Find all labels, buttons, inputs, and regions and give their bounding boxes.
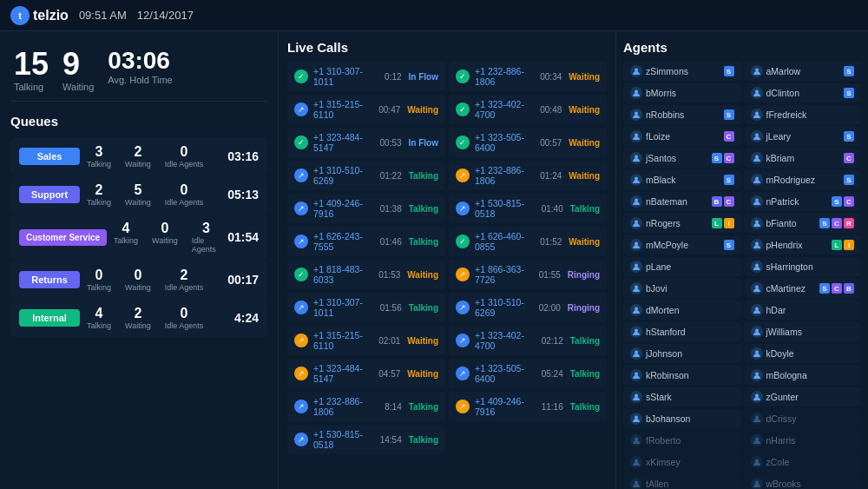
queue-item: Internal 4 Talking 2 Waiting 0 Idle Agen… xyxy=(10,299,267,337)
stat-hold-time: 03:06 xyxy=(108,49,170,73)
agent-badges: S xyxy=(724,175,734,185)
agent-name: nHarris xyxy=(766,435,855,446)
agent-icon xyxy=(630,239,642,251)
stat-waiting-label: Waiting xyxy=(62,82,94,92)
stat-hold: 03:06 Avg. Hold Time xyxy=(108,49,172,92)
call-item: ↗ +1 866-363-7726 01:55 Ringing xyxy=(449,260,607,289)
call-status-icon: ↗ xyxy=(456,202,470,215)
queue-item: Customer Service 4 Talking 0 Waiting 3 I… xyxy=(10,214,267,261)
agent-item: pHendrix LI xyxy=(744,235,862,254)
svg-point-5 xyxy=(755,112,759,116)
call-status-label: Waiting xyxy=(569,171,600,181)
call-number: +1 409-246-7916 xyxy=(313,198,375,219)
stat-hold-label: Avg. Hold Time xyxy=(108,75,172,85)
agent-badge: S xyxy=(844,131,854,142)
stat-talking-number: 15 xyxy=(14,49,49,80)
agent-badges: LI xyxy=(712,218,734,228)
svg-point-26 xyxy=(635,351,638,354)
call-number: +1 323-484-5147 xyxy=(313,363,373,384)
agent-name: zCole xyxy=(766,457,855,467)
agent-icon xyxy=(751,413,763,425)
agent-item: fFredreick xyxy=(744,105,862,124)
call-status-label: Talking xyxy=(409,171,438,181)
agent-name: jWilliams xyxy=(766,327,855,337)
call-item: ↗ +1 323-484-5147 04:57 Waiting xyxy=(287,359,445,388)
agent-name: nBateman xyxy=(646,196,708,207)
call-item: ↗ +1 310-307-1011 01:56 Talking xyxy=(287,293,445,322)
queue-talking: 0 Talking xyxy=(87,268,111,292)
agent-name: jSantos xyxy=(646,153,708,163)
agent-icon xyxy=(751,152,763,164)
call-status-icon: ↗ xyxy=(456,334,470,347)
agent-icon xyxy=(630,87,642,99)
agent-badge: S xyxy=(724,175,734,185)
agent-name: dMorten xyxy=(646,305,734,315)
call-status-label: Talking xyxy=(570,369,600,379)
call-number: +1 323-402-4700 xyxy=(475,99,535,120)
agent-name: mBlack xyxy=(646,175,720,185)
agent-badge: S xyxy=(844,175,854,185)
call-status-label: Waiting xyxy=(407,270,438,280)
call-status-icon: ↗ xyxy=(294,202,308,215)
stat-waiting: 9 Waiting xyxy=(62,49,94,92)
agent-item: zSimmons S xyxy=(623,62,741,81)
call-duration: 11:16 xyxy=(542,402,563,412)
call-status-label: Talking xyxy=(409,204,438,214)
agent-name: wBrooks xyxy=(766,479,855,489)
header: t telzio 09:51 AM 12/14/2017 xyxy=(0,0,868,31)
call-number: +1 323-505-6400 xyxy=(475,132,535,153)
agent-item: jWilliams xyxy=(744,322,862,341)
left-panel: 15 Talking 9 Waiting 03:06 Avg. Hold Tim… xyxy=(0,31,278,489)
agent-icon xyxy=(630,174,642,186)
agent-name: pLane xyxy=(646,261,734,272)
agent-name: bJohanson xyxy=(646,413,734,424)
agent-badge: C xyxy=(724,131,734,142)
agent-name: mBologna xyxy=(766,370,855,380)
agent-icon xyxy=(751,87,763,99)
call-number: +1 409-246-7916 xyxy=(475,396,536,417)
agent-badges: S xyxy=(844,131,854,142)
svg-point-16 xyxy=(635,242,638,246)
agent-badges: S xyxy=(724,66,734,76)
agent-name: tAllen xyxy=(646,479,734,489)
agents-title: Agents xyxy=(623,40,861,55)
call-status-label: Ringing xyxy=(568,303,600,313)
svg-point-11 xyxy=(755,177,759,181)
agent-icon xyxy=(630,65,642,77)
agent-item: kBriam C xyxy=(744,149,862,168)
call-item: ✓ +1 232-886-1806 00:34 Waiting xyxy=(449,62,607,91)
agent-name: dClinton xyxy=(766,88,841,98)
agent-item: mRodriguez S xyxy=(744,170,862,189)
agent-badges: S xyxy=(844,175,854,185)
agent-name: mRodriguez xyxy=(766,175,841,185)
agent-item: nBateman BC xyxy=(623,192,741,211)
call-item: ↗ +1 530-815-0518 01:40 Talking xyxy=(449,194,607,223)
queue-avg-hold: 4:24 xyxy=(234,311,259,325)
agent-icon xyxy=(751,326,763,338)
agent-badges: C xyxy=(844,153,854,163)
agent-badge: S xyxy=(724,240,734,250)
logo-text: telzio xyxy=(33,8,69,23)
agent-badges: SC xyxy=(712,153,734,163)
agent-name: nRogers xyxy=(646,218,708,228)
call-duration: 00:48 xyxy=(540,105,562,115)
agent-badge: S xyxy=(819,283,830,294)
call-item: ✓ +1 323-505-6400 00:57 Waiting xyxy=(449,128,607,157)
agent-icon xyxy=(630,434,642,446)
agent-icon xyxy=(630,391,642,403)
agent-badges: C xyxy=(724,131,734,142)
call-status-icon: ↗ xyxy=(294,102,308,116)
call-item: ✓ +1 310-307-1011 0:12 In Flow xyxy=(287,62,445,91)
agent-name: fRoberto xyxy=(646,435,734,446)
agent-name: bFianto xyxy=(766,218,817,228)
agent-name: bMorris xyxy=(646,88,734,98)
agent-name: jLeary xyxy=(766,131,841,142)
svg-point-19 xyxy=(755,264,759,268)
svg-point-37 xyxy=(755,459,759,463)
agent-name: sStark xyxy=(646,392,734,402)
queue-talking: 2 Talking xyxy=(87,182,111,207)
call-item: ✓ +1 323-402-4700 00:48 Waiting xyxy=(449,95,607,124)
agent-icon xyxy=(630,413,642,425)
agent-item: pLane xyxy=(623,257,741,276)
call-status-icon: ✓ xyxy=(456,235,470,248)
